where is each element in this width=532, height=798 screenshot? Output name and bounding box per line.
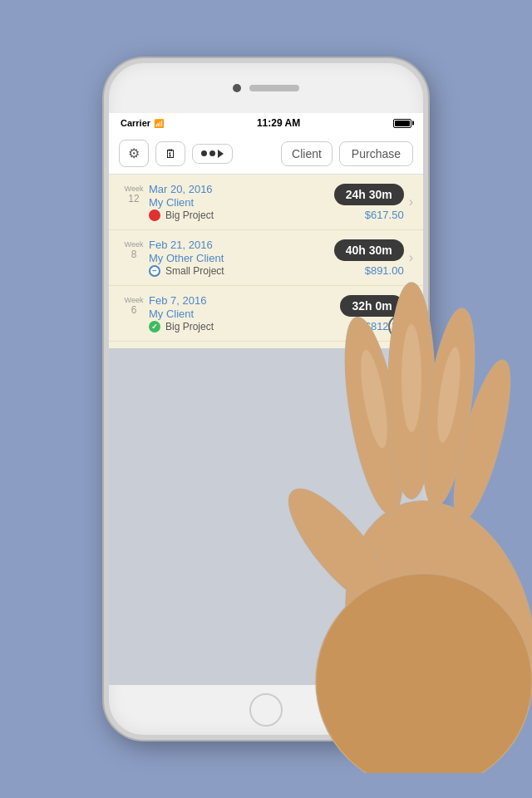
entry-client-3: My Client [149,308,340,320]
entry-dot-row-2: − Small Project [149,265,334,277]
entry-client-2: My Other Client [149,252,334,264]
status-left: Carrier 📶 [121,118,164,128]
week-label-1: Week 12 [119,183,149,221]
time-badge-1: 24h 30m [334,184,404,205]
entry-date-1: Mar 20, 2016 [149,183,334,195]
week-num-1: 12 [128,193,139,204]
status-bar: Carrier 📶 11:29 AM [109,113,423,133]
dots-button[interactable] [192,144,233,164]
svg-point-9 [433,346,465,444]
week-text-1: Week [125,185,144,193]
status-dot-red [149,209,160,221]
svg-point-4 [443,356,521,526]
status-dot-blue: − [149,265,160,277]
week-label-2: Week 8 [119,239,149,277]
screen: Carrier 📶 11:29 AM 🗓 [109,113,423,685]
entry-date-2: Feb 21, 2016 [149,239,334,251]
phone-shell: Carrier 📶 11:29 AM 🗓 [104,58,428,740]
purchase-button[interactable]: Purchase [339,141,413,166]
week-text-2: Week [125,240,144,249]
entry-right-1: 24h 30m $617.50 [334,183,404,221]
dot2 [209,150,215,156]
speaker [249,85,299,91]
wifi-icon: 📶 [154,119,164,128]
entry-project-2: Small Project [165,265,224,277]
gear-button[interactable] [119,140,149,167]
status-right [393,119,411,128]
chevron-icon-1: › [409,195,413,209]
home-button[interactable] [249,693,283,727]
week-num-2: 8 [131,249,137,260]
phone-top [109,63,423,113]
carrier-label: Carrier [121,118,150,128]
calendar-button[interactable]: 🗓 [155,141,185,166]
status-dot-green: ✓ [149,321,160,332]
entry-info-3: Feb 7, 2016 My Client ✓ Big Project [149,294,340,332]
chevron-icon-2: › [409,250,413,265]
entry-dot-row-1: Big Project [149,209,334,221]
content-area: Week 12 Mar 20, 2016 My Client Big Proje… [109,175,423,685]
week-num-3: 6 [131,304,137,316]
time-badge-2: 40h 30m [334,239,404,261]
dots-icon [201,150,224,158]
entry-date-3: Feb 7, 2016 [149,294,340,307]
week-label-3: Week 6 [119,294,149,332]
toolbar: 🗓 Client Purchase [109,133,423,175]
arrow-dot [218,150,224,158]
status-time: 11:29 AM [257,117,300,129]
entry-project-3: Big Project [165,321,214,332]
entry-info-1: Mar 20, 2016 My Client Big Project [149,183,334,221]
amount-1: $617.50 [365,209,404,221]
calendar-icon: 🗓 [165,147,176,160]
amount-2: $891.00 [365,264,404,277]
info-button[interactable]: i [388,315,411,338]
client-button[interactable]: Client [281,141,332,166]
entry-dot-row-3: ✓ Big Project [149,321,340,332]
entries-list: Week 12 Mar 20, 2016 My Client Big Proje… [109,175,423,348]
week-text-3: Week [125,296,144,304]
chevron-icon-3: › [409,306,413,321]
time-badge-3: 32h 0m [340,295,403,317]
phone-bottom [109,685,423,735]
entry-project-1: Big Project [165,209,214,221]
table-row[interactable]: Week 12 Mar 20, 2016 My Client Big Proje… [109,175,423,230]
gear-icon [128,145,140,161]
camera [233,84,241,92]
entry-info-2: Feb 21, 2016 My Other Client − Small Pro… [149,239,334,277]
entry-client-1: My Client [149,196,334,209]
table-row[interactable]: Week 6 Feb 7, 2016 My Client ✓ Big Proje… [109,286,423,342]
table-row[interactable]: Week 8 Feb 21, 2016 My Other Client − Sm… [109,230,423,286]
dot1 [201,150,207,156]
battery-icon [393,119,411,128]
entry-right-2: 40h 30m $891.00 [334,239,404,277]
